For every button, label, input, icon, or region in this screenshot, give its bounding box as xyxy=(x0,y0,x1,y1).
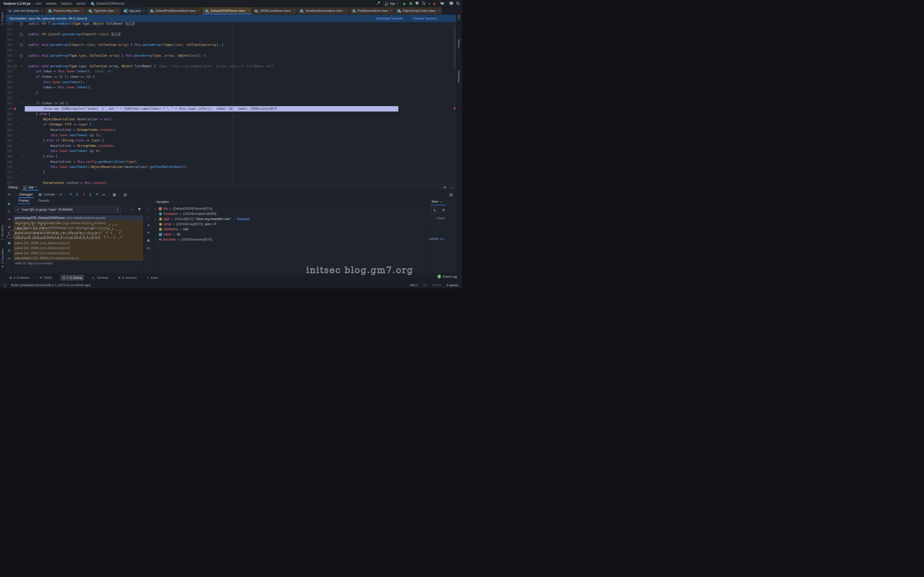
code-line-666[interactable]: 666 deserializer = StringCodec.instance; xyxy=(6,143,456,148)
tab-threads[interactable]: Threads xyxy=(38,199,49,204)
tab-defaultjsonparser-class[interactable]: CDefaultJSONParser.class× xyxy=(202,7,252,15)
breadcrumb-item[interactable]: alibaba xyxy=(46,2,57,5)
window-icon[interactable]: ▢ xyxy=(3,283,6,287)
close-icon[interactable]: × xyxy=(390,9,392,13)
code-line-647[interactable]: 647+ public void parseArray(Type type, C… xyxy=(6,53,456,58)
stack-frame[interactable]: deserialze:183, ObjectArrayCodec (com.al… xyxy=(13,221,143,226)
stack-frame[interactable]: parse:1304, DefaultJSONParser (com.aliba… xyxy=(13,235,143,240)
code-line-662[interactable]: 662∨ if (Integer.TYPE == type) { xyxy=(6,122,456,127)
breadcrumb[interactable]: fastjson-1.2.43.jar›com›alibaba›fastjson… xyxy=(3,2,124,5)
variable-row[interactable]: ›this={DefaultJSONParser@574} xyxy=(155,206,212,211)
code-editor[interactable]: 635+ public <T> T parseObject(Type type,… xyxy=(6,15,456,184)
sidebar-item-project[interactable]: 1: Project xyxy=(1,12,4,25)
expand-chevron-icon[interactable]: › xyxy=(155,237,157,242)
code-line-664[interactable]: 664 this.lexer.nextToken( i: 2); xyxy=(6,133,456,138)
debug-session-tab[interactable]: App × xyxy=(22,184,39,191)
settings-gear-icon[interactable]: ⚙ xyxy=(443,185,446,189)
code-line-668[interactable]: 668∧ } else { xyxy=(6,154,456,159)
profiler-button[interactable] xyxy=(422,1,426,6)
code-line-659[interactable]: 659 throw new JSONException("exepct '[',… xyxy=(6,106,456,111)
duplicate-icon[interactable]: ▣ xyxy=(144,239,153,242)
search-everywhere-icon[interactable] xyxy=(456,1,460,6)
rerun-icon[interactable]: ↻ xyxy=(8,192,11,197)
choose-sources-link[interactable]: Choose Sources... xyxy=(413,17,439,20)
close-icon[interactable]: × xyxy=(81,9,83,13)
view-breakpoints-icon[interactable]: ◉ xyxy=(6,225,13,229)
indent-indicator[interactable]: 4 spaces xyxy=(446,284,459,287)
code-line-663[interactable]: 663 deserializer = IntegerCodec.instance… xyxy=(6,127,456,133)
caret-position[interactable]: 659:1 xyxy=(410,284,418,287)
show-execution-point-icon[interactable]: ≡ xyxy=(59,192,61,197)
tab-app-java[interactable]: C▶App.java× xyxy=(121,7,147,15)
tab-typeutils-class[interactable]: CTypeUtils.class× xyxy=(86,7,121,15)
tab-objectarraycodec-class[interactable]: CObjectArrayCodec.class× xyxy=(395,7,443,15)
toolwindow-terminal[interactable]: ▸_Terminal xyxy=(90,275,110,280)
debug-settings-gear-icon[interactable]: ⚙ xyxy=(6,249,13,253)
code-line-636[interactable]: 636 xyxy=(6,27,456,32)
breadcrumb-item[interactable]: fastjson xyxy=(61,2,72,5)
move-up-icon[interactable]: ▲ xyxy=(144,223,153,227)
memory-search-button[interactable] xyxy=(431,207,438,214)
sidebar-item-structure[interactable]: 7: Structure xyxy=(1,225,4,240)
event-log-button[interactable]: 1 Event Log xyxy=(437,275,457,279)
close-icon[interactable]: × xyxy=(116,9,118,13)
resume-icon[interactable]: ▶ xyxy=(6,202,13,206)
code-line-665[interactable]: 665∧ } else if (String.class == type) { xyxy=(6,138,456,143)
step-into-icon[interactable]: ↧ xyxy=(76,192,79,197)
memory-load-link[interactable]: Lo xyxy=(440,237,443,240)
stack-frame[interactable]: parse:131, JSON (com.alibaba.fastjson) xyxy=(13,251,143,256)
expand-chevron-icon[interactable]: › xyxy=(155,206,157,211)
drop-frame-icon[interactable]: ↶ xyxy=(96,192,99,197)
run-configuration-selector[interactable]: App▼ xyxy=(383,1,401,6)
build-hammer-icon[interactable] xyxy=(376,1,380,6)
code-line-657[interactable]: 657 xyxy=(6,95,456,101)
sidebar-item-database[interactable]: Database xyxy=(457,70,460,83)
tab-javabeandeserializer-class[interactable]: CJavaBeanDeserializer.class× xyxy=(297,7,349,15)
close-icon[interactable]: × xyxy=(438,9,439,13)
code-line-669[interactable]: 669 deserializer = this.config.getDeseri… xyxy=(6,159,456,164)
code-line-650[interactable]: 650 xyxy=(6,58,456,64)
tab-console[interactable]: ▸Console xyxy=(37,191,56,198)
code-line-637[interactable]: 637+ public <T> List<T> parseArray(Class… xyxy=(6,32,456,37)
stop-icon[interactable]: ■ xyxy=(6,218,13,221)
add-watch-icon[interactable]: + xyxy=(144,208,153,211)
code-line-673[interactable]: 673 ParseContext context = this.context; xyxy=(6,181,456,184)
stack-frame[interactable]: parseObject:373, DefaultJSONParser (com.… xyxy=(13,226,143,230)
code-line-671[interactable]: 671∧ } xyxy=(6,170,456,175)
memory-count-column[interactable]: Count xyxy=(437,216,445,220)
variable-row[interactable]: pfieldName=null xyxy=(155,227,188,232)
sidebar-item-maven[interactable]: Maven xyxy=(457,39,460,48)
sidebar-item-favorites[interactable]: ★ 2: Favorites xyxy=(1,248,4,268)
memory-settings-gear-icon[interactable]: ⚙ xyxy=(442,208,445,212)
close-icon[interactable]: × xyxy=(292,9,294,13)
code-line-658[interactable]: 658∨ if (token != 14) { xyxy=(6,101,456,106)
pause-icon[interactable]: ‖ xyxy=(6,210,13,213)
close-icon[interactable]: × xyxy=(247,9,249,13)
variable-row[interactable]: ›ptype={Class@572}"class org.example.Use… xyxy=(155,216,250,221)
encoding-indicator[interactable]: UTF-8 xyxy=(432,284,441,287)
tool-windows-icon[interactable] xyxy=(440,1,444,6)
variable-row[interactable]: 01token=16 xyxy=(155,232,180,237)
breadcrumb-item[interactable]: parser xyxy=(77,2,86,5)
memory-tab[interactable]: Mem ∨ xyxy=(431,200,443,203)
show-watches-glasses-icon[interactable]: oo xyxy=(144,246,153,250)
close-icon[interactable]: × xyxy=(36,185,37,189)
code-line-653[interactable]: 653∨ if (token == 21 || token == 22) { xyxy=(6,74,456,80)
move-down-icon[interactable]: ▼ xyxy=(144,231,153,234)
tab-jsonlexerbase-class[interactable]: (C)JSONLexerBase.class× xyxy=(252,7,297,15)
breadcrumb-item[interactable]: fastjson-1.2.43.jar xyxy=(3,2,31,5)
coverage-button[interactable] xyxy=(415,1,419,6)
stack-frame[interactable]: parse:162, JSON (com.alibaba.fastjson) xyxy=(13,245,143,251)
download-sources-link[interactable]: Download Sources xyxy=(376,17,403,20)
status-message[interactable]: Build completed successfully in 1 s 873 … xyxy=(11,283,91,287)
code-line-661[interactable]: 661 ObjectDeserializer deserializer = nu… xyxy=(6,117,456,122)
tab-debugger[interactable]: Debugger xyxy=(18,191,34,198)
force-step-into-icon[interactable]: ↧ xyxy=(82,192,85,197)
code-line-656[interactable]: 656∧ } xyxy=(6,90,456,95)
navigate-link[interactable]: Navigate xyxy=(237,216,250,221)
profiler-chevron-icon[interactable]: ▼ xyxy=(428,2,431,5)
code-line-667[interactable]: 667 this.lexer.nextToken( i: 4); xyxy=(6,148,456,154)
pin-icon[interactable]: ⊙ xyxy=(6,256,13,260)
code-line-660[interactable]: 660∧ } else { xyxy=(6,111,456,117)
code-line-643[interactable]: 643+ public void parseArray(Class<?> cla… xyxy=(6,42,456,48)
